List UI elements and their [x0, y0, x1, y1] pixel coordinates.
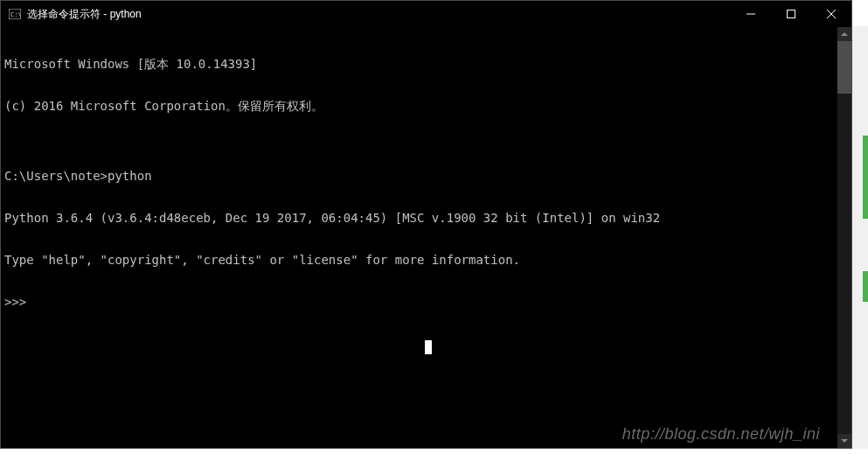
right-indicator: [863, 136, 868, 219]
watermark-text: http://blog.csdn.net/wjh_ini: [622, 427, 820, 441]
scroll-down-arrow-icon[interactable]: [837, 434, 851, 448]
terminal-line: Microsoft Windows [版本 10.0.14393]: [4, 57, 834, 71]
svg-text:C:\: C:\: [10, 11, 21, 18]
window-title: 选择命令提示符 - python: [27, 7, 731, 22]
svg-rect-3: [788, 10, 795, 18]
minimize-button[interactable]: [731, 1, 771, 27]
right-indicator: [863, 271, 868, 302]
terminal-line: Python 3.6.4 (v3.6.4:d48eceb, Dec 19 201…: [4, 211, 834, 225]
titlebar[interactable]: C:\ 选择命令提示符 - python: [1, 1, 851, 27]
scroll-up-arrow-icon[interactable]: [837, 27, 851, 41]
maximize-button[interactable]: [771, 1, 811, 27]
terminal-line: (c) 2016 Microsoft Corporation。保留所有权利。: [4, 99, 834, 113]
cmd-icon: C:\: [8, 7, 22, 21]
text-cursor: [425, 340, 432, 354]
scroll-thumb[interactable]: [837, 41, 851, 94]
terminal-line: >>>: [4, 295, 834, 309]
command-prompt-window: C:\ 选择命令提示符 - python Microsoft Windows […: [0, 0, 852, 449]
terminal-line: Type "help", "copyright", "credits" or "…: [4, 253, 834, 267]
terminal-content[interactable]: Microsoft Windows [版本 10.0.14393] (c) 20…: [1, 27, 837, 448]
vertical-scrollbar[interactable]: [837, 27, 851, 448]
svg-marker-6: [841, 32, 848, 36]
close-button[interactable]: [811, 1, 851, 27]
right-edge-background: [852, 26, 868, 449]
terminal-body: Microsoft Windows [版本 10.0.14393] (c) 20…: [1, 27, 851, 448]
svg-marker-7: [841, 439, 848, 443]
terminal-line: C:\Users\note>python: [4, 169, 834, 183]
window-controls: [731, 1, 851, 27]
